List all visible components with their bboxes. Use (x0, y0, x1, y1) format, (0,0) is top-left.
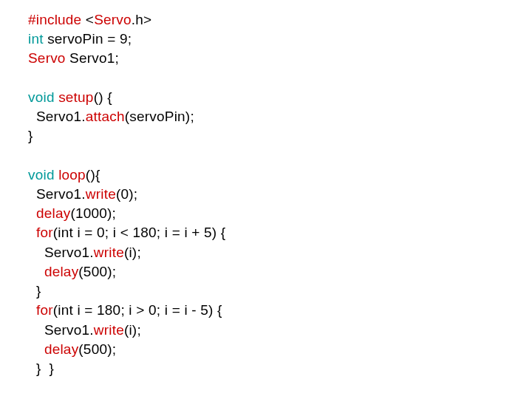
function: loop (55, 167, 86, 183)
method: write (94, 245, 124, 260)
code-text: Servo1; (66, 50, 119, 66)
code-text: (servoPin); (125, 109, 194, 124)
keyword: #include (28, 12, 81, 27)
function-call: delay (28, 264, 78, 279)
code-text: } } (28, 361, 54, 376)
code-text: (i); (124, 245, 141, 260)
code-text: Servo1. (28, 322, 94, 338)
keyword: for (28, 302, 53, 318)
code-text: < (81, 12, 94, 27)
code-text: (500); (78, 264, 116, 279)
method: write (94, 322, 124, 338)
type: int (28, 31, 44, 47)
code-text: } (28, 128, 33, 143)
method: write (86, 186, 116, 202)
code-text: Servo1. (28, 245, 94, 260)
code-text: () { (94, 89, 112, 105)
code-text: (){ (86, 167, 100, 183)
code-text: .h> (132, 12, 152, 27)
function-call: delay (28, 341, 78, 357)
code-block: #include <Servo.h> int servoPin = 9; Ser… (0, 0, 532, 378)
code-text: } (28, 283, 41, 299)
keyword: void (28, 167, 55, 183)
code-text: (1000); (70, 205, 116, 221)
code-text: Servo1. (28, 109, 86, 124)
code-text: servoPin = 9; (44, 31, 132, 47)
code-text: Servo1. (28, 186, 86, 202)
code-text: (0); (116, 186, 137, 202)
method: attach (86, 109, 125, 124)
keyword: void (28, 89, 55, 105)
function: setup (55, 89, 94, 105)
code-text: (i); (124, 322, 141, 338)
function-call: delay (28, 205, 70, 221)
code-text: (int i = 180; i > 0; i = i - 5) { (53, 302, 222, 318)
identifier: Servo (94, 12, 132, 27)
type: Servo (28, 50, 66, 66)
code-text: (500); (78, 341, 116, 357)
code-text: (int i = 0; i < 180; i = i + 5) { (53, 225, 226, 240)
keyword: for (28, 225, 53, 240)
